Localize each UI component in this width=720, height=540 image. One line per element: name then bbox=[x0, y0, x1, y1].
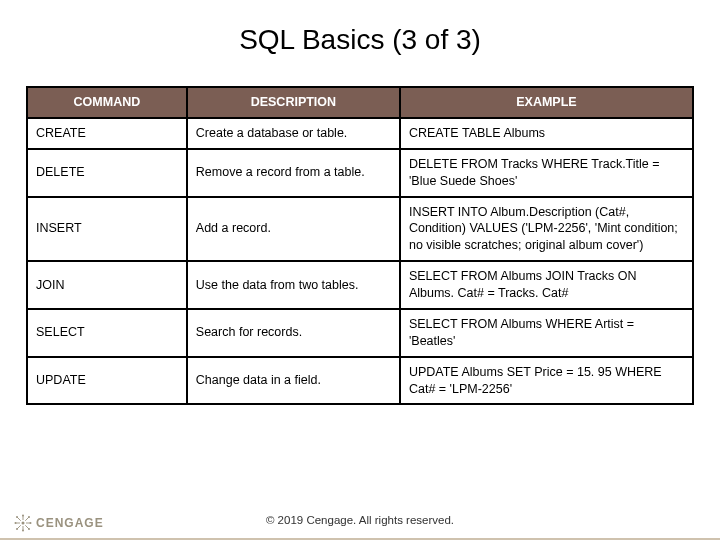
header-description: DESCRIPTION bbox=[187, 87, 400, 118]
cell-command: INSERT bbox=[27, 197, 187, 262]
cell-example: UPDATE Albums SET Price = 15. 95 WHERE C… bbox=[400, 357, 693, 405]
table-row: SELECT Search for records. SELECT FROM A… bbox=[27, 309, 693, 357]
table-row: DELETE Remove a record from a table. DEL… bbox=[27, 149, 693, 197]
cell-command: SELECT bbox=[27, 309, 187, 357]
cell-description: Add a record. bbox=[187, 197, 400, 262]
svg-point-16 bbox=[16, 528, 18, 530]
footer: CENGAGE © 2019 Cengage. All rights reser… bbox=[0, 498, 720, 540]
cell-command: DELETE bbox=[27, 149, 187, 197]
table-row: UPDATE Change data in a field. UPDATE Al… bbox=[27, 357, 693, 405]
cell-example: SELECT FROM Albums JOIN Tracks ON Albums… bbox=[400, 261, 693, 309]
header-command: COMMAND bbox=[27, 87, 187, 118]
slide-title: SQL Basics (3 of 3) bbox=[0, 24, 720, 56]
cell-command: JOIN bbox=[27, 261, 187, 309]
svg-point-10 bbox=[22, 530, 24, 532]
cell-description: Search for records. bbox=[187, 309, 400, 357]
header-example: EXAMPLE bbox=[400, 87, 693, 118]
table-row: INSERT Add a record. INSERT INTO Album.D… bbox=[27, 197, 693, 262]
cell-example: SELECT FROM Albums WHERE Artist = 'Beatl… bbox=[400, 309, 693, 357]
cell-description: Create a database or table. bbox=[187, 118, 400, 149]
cell-description: Use the data from two tables. bbox=[187, 261, 400, 309]
svg-point-14 bbox=[28, 528, 30, 530]
cell-example: DELETE FROM Tracks WHERE Track.Title = '… bbox=[400, 149, 693, 197]
cell-description: Remove a record from a table. bbox=[187, 149, 400, 197]
cell-description: Change data in a field. bbox=[187, 357, 400, 405]
cell-example: INSERT INTO Album.Description (Cat#, Con… bbox=[400, 197, 693, 262]
table-row: CREATE Create a database or table. CREAT… bbox=[27, 118, 693, 149]
table-container: COMMAND DESCRIPTION EXAMPLE CREATE Creat… bbox=[0, 86, 720, 405]
sql-commands-table: COMMAND DESCRIPTION EXAMPLE CREATE Creat… bbox=[26, 86, 694, 405]
slide: SQL Basics (3 of 3) COMMAND DESCRIPTION … bbox=[0, 0, 720, 540]
cell-command: UPDATE bbox=[27, 357, 187, 405]
cell-example: CREATE TABLE Albums bbox=[400, 118, 693, 149]
table-row: JOIN Use the data from two tables. SELEC… bbox=[27, 261, 693, 309]
cell-command: CREATE bbox=[27, 118, 187, 149]
table-header-row: COMMAND DESCRIPTION EXAMPLE bbox=[27, 87, 693, 118]
copyright-text: © 2019 Cengage. All rights reserved. bbox=[0, 514, 720, 526]
